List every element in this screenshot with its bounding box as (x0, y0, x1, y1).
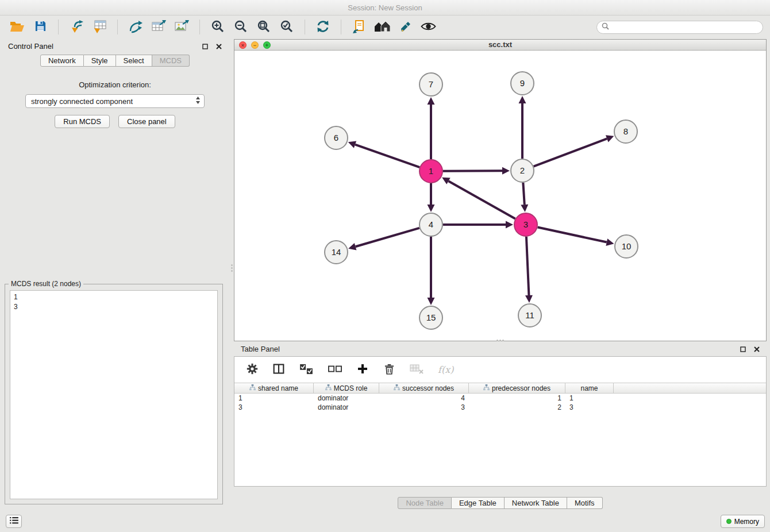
table-toolbar: f(x) (234, 357, 766, 383)
graph-node-10[interactable]: 10 (615, 235, 638, 258)
graph-edge-3-10[interactable] (538, 227, 614, 245)
close-panel-icon-button[interactable] (215, 43, 223, 51)
import-network-icon (69, 20, 84, 35)
column-header-successor-nodes[interactable]: successor nodes (379, 383, 469, 393)
network-window-titlebar[interactable]: × − + scc.txt (234, 40, 766, 51)
float-table-panel-button[interactable] (739, 345, 747, 353)
window-zoom-button[interactable]: + (263, 41, 271, 49)
table-panel: Table Panel (234, 343, 767, 510)
graph-edge-3-11[interactable] (525, 237, 533, 303)
tab-network-table[interactable]: Network Table (505, 497, 567, 509)
mcds-result-value: 3 (14, 302, 214, 312)
create-column-button[interactable] (356, 364, 369, 376)
plus-icon (357, 364, 368, 376)
svg-text:11: 11 (525, 310, 534, 320)
unchecked-boxes-icon (328, 365, 342, 375)
graph-edge-1-2[interactable] (443, 167, 510, 175)
column-header-name[interactable]: name (565, 383, 614, 393)
search-input[interactable] (612, 23, 758, 31)
memory-button[interactable]: Memory (721, 515, 765, 528)
open-session-button[interactable] (7, 18, 28, 36)
graph-edge-2-9[interactable] (519, 96, 526, 159)
export-network-button[interactable] (125, 18, 146, 36)
graph-edge-3-1[interactable] (442, 178, 515, 219)
show-hide-graphics-button[interactable] (418, 18, 438, 36)
criterion-dropdown-value: strongly connected component (31, 97, 195, 106)
tab-select[interactable]: Select (116, 55, 152, 67)
export-table-button[interactable] (148, 18, 169, 36)
show-columns-button[interactable] (272, 364, 285, 376)
table-row[interactable]: 1 dominator 4 1 1 (234, 394, 766, 403)
graph-edge-1-7[interactable] (428, 97, 435, 159)
import-network-button[interactable] (66, 18, 87, 36)
run-mcds-button[interactable]: Run MCDS (55, 115, 110, 128)
graph-node-15[interactable]: 15 (419, 306, 442, 329)
column-header-predecessor-nodes[interactable]: predecessor nodes (469, 383, 565, 393)
graph-node-9[interactable]: 9 (511, 72, 534, 95)
network-graph[interactable]: 7968124314101511 (234, 51, 766, 341)
window-minimize-button[interactable]: − (251, 41, 259, 49)
toolbar-separator (305, 20, 305, 34)
control-panel: Control Panel Network Style Select MCDS … (0, 38, 230, 511)
graph-edge-1-6[interactable] (348, 141, 419, 167)
graph-node-2[interactable]: 2 (511, 159, 534, 182)
tab-edge-table[interactable]: Edge Table (452, 497, 505, 509)
graph-edge-4-14[interactable] (348, 228, 419, 250)
graph-node-8[interactable]: 8 (614, 120, 637, 143)
close-table-panel-button[interactable] (753, 345, 761, 353)
copy-annotation-button[interactable] (349, 18, 369, 36)
float-panel-button[interactable] (201, 43, 209, 51)
show-panel-list-button[interactable] (6, 515, 22, 528)
graph-node-7[interactable]: 7 (419, 73, 442, 96)
tab-mcds[interactable]: MCDS (152, 55, 190, 67)
graph-edge-2-8[interactable] (534, 135, 614, 166)
table-panel-title: Table Panel (241, 345, 280, 353)
graph-edge-4-3[interactable] (443, 221, 513, 229)
close-panel-button[interactable]: Close panel (118, 115, 175, 128)
save-session-button[interactable] (30, 18, 51, 36)
vertical-splitter-handle[interactable] (230, 261, 234, 274)
home-layout-button[interactable] (372, 18, 392, 36)
unselect-all-columns-button[interactable] (328, 364, 342, 376)
column-header-filler (614, 383, 766, 393)
horizontal-splitter-handle[interactable] (493, 338, 507, 342)
export-image-icon (174, 20, 189, 35)
graph-node-6[interactable]: 6 (325, 126, 348, 149)
column-header-mcds-role[interactable]: MCDS role (314, 383, 379, 393)
export-image-button[interactable] (171, 18, 192, 36)
table-options-button[interactable] (246, 364, 259, 376)
toolbar-separator (58, 20, 59, 34)
mcds-result-list[interactable]: 1 3 (10, 290, 218, 499)
checked-boxes-icon (299, 364, 313, 376)
graph-node-1[interactable]: 1 (419, 160, 442, 183)
refresh-network-button[interactable] (313, 18, 333, 36)
import-table-button[interactable] (89, 18, 110, 36)
tab-network[interactable]: Network (40, 55, 84, 67)
import-table-icon (93, 20, 107, 35)
delete-table-button[interactable] (409, 364, 424, 376)
zoom-fit-button[interactable] (253, 18, 274, 36)
apply-style-button[interactable] (395, 18, 415, 36)
zoom-out-button[interactable] (230, 18, 251, 36)
graph-node-14[interactable]: 14 (325, 241, 348, 264)
graph-node-11[interactable]: 11 (518, 304, 541, 327)
graph-edge-1-4[interactable] (428, 183, 435, 212)
function-builder-label[interactable]: f(x) (438, 364, 453, 375)
window-close-button[interactable]: × (239, 41, 247, 49)
tab-style[interactable]: Style (84, 55, 116, 67)
graph-edge-2-3[interactable] (521, 183, 528, 212)
table-row[interactable]: 3 dominator 3 2 3 (234, 403, 766, 412)
graph-node-4[interactable]: 4 (419, 213, 442, 236)
tab-node-table[interactable]: Node Table (398, 497, 452, 509)
search-box[interactable] (596, 21, 763, 34)
select-all-columns-button[interactable] (299, 364, 314, 376)
graph-edge-4-15[interactable] (428, 237, 435, 305)
tab-motifs[interactable]: Motifs (567, 497, 603, 509)
zoom-in-button[interactable] (207, 18, 228, 36)
eye-icon (421, 21, 436, 33)
zoom-selected-button[interactable] (276, 18, 297, 36)
delete-column-button[interactable] (383, 364, 395, 376)
graph-node-3[interactable]: 3 (514, 213, 537, 236)
column-header-shared-name[interactable]: shared name (234, 383, 314, 393)
criterion-dropdown[interactable]: strongly connected component (25, 94, 205, 108)
